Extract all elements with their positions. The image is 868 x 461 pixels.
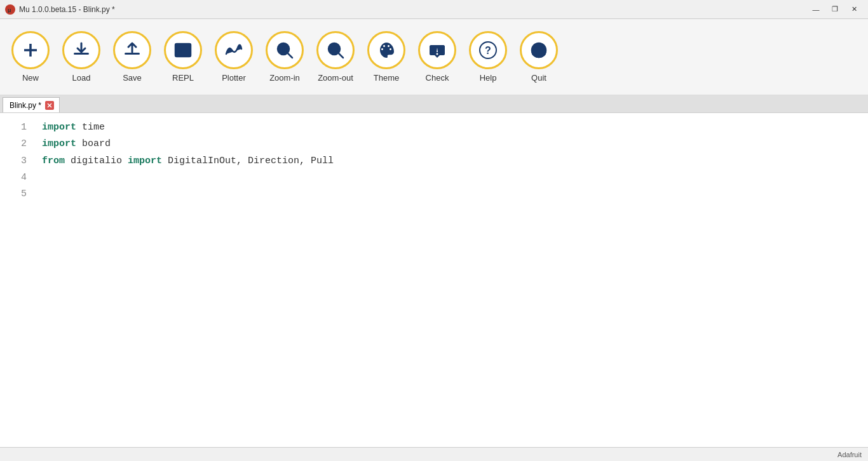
close-button[interactable]: ✕: [845, 3, 863, 16]
line-num-3: 3: [5, 153, 27, 170]
window-controls: — ❐ ✕: [807, 3, 863, 16]
load-icon: [62, 31, 100, 69]
zoom-out-label: Zoom-out: [318, 73, 353, 83]
quit-button[interactable]: Quit: [515, 25, 563, 89]
help-icon: ?: [469, 31, 507, 69]
tab-label: Blink.py *: [10, 101, 41, 110]
line-numbers: 1 2 3 4 5: [0, 113, 32, 447]
new-icon: [11, 31, 50, 69]
svg-text:⌨: ⌨: [178, 47, 182, 56]
svg-text:?: ?: [485, 45, 491, 56]
titlebar: μ Mu 1.0.0.beta.15 - Blink.py * — ❐ ✕: [0, 0, 868, 19]
plotter-label: Plotter: [222, 73, 246, 83]
save-icon: [113, 31, 151, 69]
quit-label: Quit: [531, 73, 546, 83]
tab-blink[interactable]: Blink.py *: [3, 97, 60, 112]
line-num-4: 4: [5, 170, 27, 186]
check-label: Check: [426, 73, 449, 83]
svg-line-8: [287, 53, 292, 58]
repl-button[interactable]: ⌨ REPL: [159, 25, 207, 89]
titlebar-title: μ Mu 1.0.0.beta.15 - Blink.py *: [5, 4, 115, 15]
statusbar-label: Adafruit: [837, 451, 862, 458]
save-label: Save: [123, 73, 142, 83]
code-editor[interactable]: import time import board from digitalio …: [32, 113, 868, 447]
toolbar: New Load Save ⌨ REPL: [0, 19, 868, 95]
load-label: Load: [72, 73, 91, 83]
statusbar: Adafruit: [0, 447, 868, 461]
zoom-in-button[interactable]: Zoom-in: [261, 25, 309, 89]
zoom-out-button[interactable]: Zoom-out: [311, 25, 360, 89]
line-num-5: 5: [5, 186, 27, 203]
quit-icon: [520, 31, 558, 69]
theme-label: Theme: [374, 73, 399, 83]
minimize-button[interactable]: —: [807, 3, 825, 16]
theme-icon: [367, 31, 405, 69]
help-label: Help: [480, 73, 497, 83]
zoom-in-icon: [266, 31, 304, 69]
plotter-icon: [215, 31, 253, 69]
svg-text:μ: μ: [8, 7, 11, 13]
help-button[interactable]: ? Help: [464, 25, 512, 89]
zoom-in-label: Zoom-in: [269, 73, 300, 83]
line-num-1: 1: [5, 119, 27, 136]
check-button[interactable]: Check: [413, 25, 461, 89]
repl-label: REPL: [172, 73, 194, 83]
editor-container: 1 2 3 4 5 import time import board from …: [0, 113, 868, 447]
tabbar: Blink.py *: [0, 95, 868, 113]
svg-line-12: [338, 53, 343, 58]
new-button[interactable]: New: [6, 25, 55, 89]
zoom-out-icon: [316, 31, 355, 69]
line-num-2: 2: [5, 136, 27, 152]
load-button[interactable]: Load: [57, 25, 105, 89]
app-icon: μ: [5, 4, 15, 15]
theme-button[interactable]: Theme: [362, 25, 410, 89]
window-title: Mu 1.0.0.beta.15 - Blink.py *: [19, 5, 115, 14]
maximize-button[interactable]: ❐: [826, 3, 844, 16]
tab-close-button[interactable]: [45, 101, 54, 110]
new-label: New: [22, 73, 39, 83]
check-icon: [418, 31, 456, 69]
repl-icon: ⌨: [164, 31, 202, 69]
plotter-button[interactable]: Plotter: [210, 25, 258, 89]
save-button[interactable]: Save: [108, 25, 156, 89]
